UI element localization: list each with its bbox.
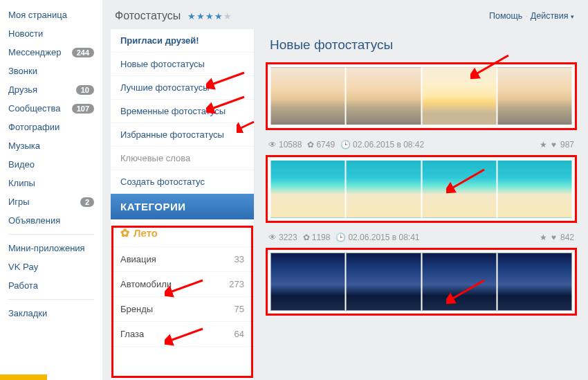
sidebar-best[interactable]: Лучшие фотостатусы bbox=[111, 76, 254, 100]
content-area: Новые фотостатусы 👁10588 ✿6749 🕒02.06.20… bbox=[255, 29, 588, 380]
clock-icon: 🕒 bbox=[340, 140, 351, 150]
sidebar-keywords[interactable]: Ключевые слова bbox=[111, 147, 254, 170]
badge: 244 bbox=[72, 48, 94, 57]
category-row[interactable]: Бренды75 bbox=[111, 297, 254, 322]
star-icon[interactable]: ★ bbox=[540, 140, 547, 150]
badge: 10 bbox=[76, 85, 94, 95]
nav-friends[interactable]: Друзья10 bbox=[0, 80, 102, 99]
nav-messenger[interactable]: Мессенджер244 bbox=[0, 43, 102, 62]
sidebar-fav[interactable]: Избранные фотостатусы bbox=[111, 123, 254, 147]
actions-dropdown[interactable]: Действия ▾ bbox=[531, 11, 574, 21]
sidebar-create[interactable]: Создать фотостатус bbox=[111, 170, 254, 194]
category-featured[interactable]: ✿ Лето bbox=[111, 219, 254, 247]
app-sidebar: Пригласи друзей! Новые фотостатусы Лучши… bbox=[111, 29, 255, 380]
heart-icon[interactable]: ♥ bbox=[551, 233, 556, 242]
photostatus-card[interactable] bbox=[266, 248, 577, 316]
gear-icon: ✿ bbox=[303, 233, 310, 242]
nav-games[interactable]: Игры2 bbox=[0, 192, 102, 211]
eye-icon: 👁 bbox=[268, 233, 277, 242]
sidebar-temp[interactable]: Временные фотостатусы bbox=[111, 100, 254, 123]
nav-work[interactable]: Работа bbox=[0, 276, 102, 295]
nav-miniapps[interactable]: Мини-приложения bbox=[0, 239, 102, 257]
sidebar-new[interactable]: Новые фотостатусы bbox=[111, 53, 254, 76]
star-icon[interactable]: ★ bbox=[540, 233, 547, 242]
category-row[interactable]: Автомобили273 bbox=[111, 272, 254, 297]
views: 👁10588 bbox=[268, 140, 302, 150]
nav-news[interactable]: Новости bbox=[0, 24, 102, 43]
badge: 2 bbox=[80, 197, 94, 207]
date: 🕒02.06.2015 в 08:41 bbox=[336, 233, 419, 242]
left-nav: Моя страница Новости Мессенджер244 Звонк… bbox=[0, 0, 102, 380]
help-link[interactable]: Помощь bbox=[489, 11, 522, 21]
comments: ✿6749 bbox=[307, 140, 335, 150]
post-meta: 👁10588 ✿6749 🕒02.06.2015 в 08:42 ★♥987 bbox=[266, 134, 577, 155]
categories-header: КАТЕГОРИИ bbox=[111, 194, 254, 219]
nav-ads[interactable]: Объявления bbox=[0, 211, 102, 230]
topbar: Фотостатусы ★★★★★ Помощь · Действия ▾ bbox=[102, 0, 588, 29]
gold-bar bbox=[0, 374, 47, 380]
content-title: Новые фотостатусы bbox=[266, 29, 577, 62]
heart-icon[interactable]: ♥ bbox=[551, 140, 556, 150]
category-row[interactable]: Авиация33 bbox=[111, 247, 254, 272]
nav-clips[interactable]: Клипы bbox=[0, 174, 102, 192]
page-title: Фотостатусы bbox=[115, 10, 181, 21]
badge: 107 bbox=[72, 104, 94, 114]
eye-icon: 👁 bbox=[268, 140, 277, 150]
chevron-down-icon: ▾ bbox=[571, 13, 574, 20]
views: 👁3223 bbox=[268, 233, 297, 242]
nav-music[interactable]: Музыка bbox=[0, 136, 102, 155]
nav-my-page[interactable]: Моя страница bbox=[0, 6, 102, 24]
nav-communities[interactable]: Сообщества107 bbox=[0, 99, 102, 118]
gear-icon: ✿ bbox=[307, 140, 314, 150]
divider bbox=[8, 299, 94, 300]
sidebar-invite[interactable]: Пригласи друзей! bbox=[111, 29, 254, 53]
clock-icon: 🕒 bbox=[336, 233, 346, 242]
photostatus-card[interactable] bbox=[266, 155, 577, 223]
nav-bookmarks[interactable]: Закладки bbox=[0, 304, 102, 323]
sun-icon: ✿ bbox=[120, 226, 129, 239]
nav-vkpay[interactable]: VK Pay bbox=[0, 257, 102, 276]
category-row[interactable]: Глаза64 bbox=[111, 322, 254, 347]
rating-stars[interactable]: ★★★★★ bbox=[187, 11, 232, 21]
comments: ✿1198 bbox=[303, 233, 331, 242]
post-meta: 👁3223 ✿1198 🕒02.06.2015 в 08:41 ★♥842 bbox=[266, 227, 577, 248]
date: 🕒02.06.2015 в 08:42 bbox=[340, 140, 424, 150]
nav-video[interactable]: Видео bbox=[0, 155, 102, 174]
nav-calls[interactable]: Звонки bbox=[0, 62, 102, 80]
photostatus-card[interactable] bbox=[266, 62, 577, 130]
nav-photos[interactable]: Фотографии bbox=[0, 118, 102, 136]
divider bbox=[8, 234, 94, 235]
